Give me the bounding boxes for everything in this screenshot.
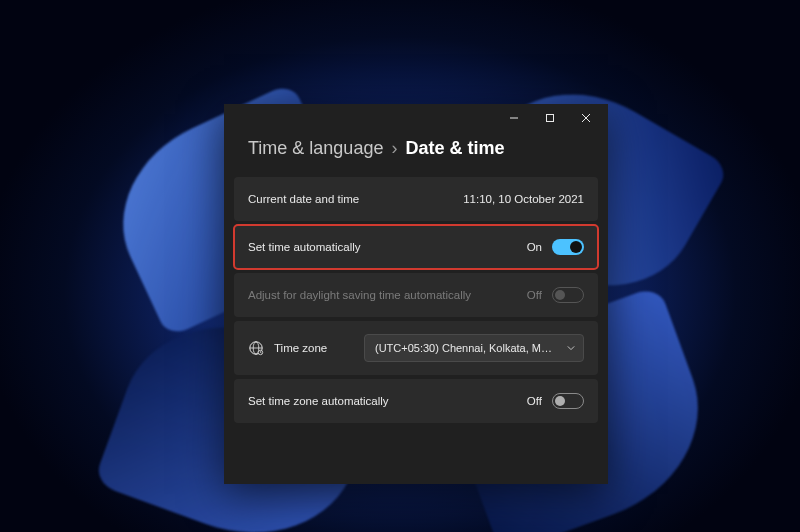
dst-automatically-toggle [552, 287, 584, 303]
dst-automatically-row: Adjust for daylight saving time automati… [234, 273, 598, 317]
dst-automatically-state: Off [527, 289, 542, 301]
breadcrumb-current: Date & time [405, 138, 504, 159]
current-date-time-row: Current date and time 11:10, 10 October … [234, 177, 598, 221]
settings-window: Time & language › Date & time Current da… [224, 104, 608, 484]
breadcrumb: Time & language › Date & time [224, 132, 608, 177]
dst-automatically-label: Adjust for daylight saving time automati… [248, 289, 471, 301]
minimize-button[interactable] [496, 104, 532, 132]
chevron-right-icon: › [389, 138, 399, 159]
current-date-time-label: Current date and time [248, 193, 359, 205]
globe-icon [248, 340, 264, 356]
titlebar [224, 104, 608, 132]
breadcrumb-parent[interactable]: Time & language [248, 138, 383, 159]
svg-line-9 [261, 353, 262, 354]
close-button[interactable] [568, 104, 604, 132]
settings-list: Current date and time 11:10, 10 October … [224, 177, 608, 423]
chevron-down-icon [567, 344, 575, 352]
set-time-zone-automatically-state: Off [527, 395, 542, 407]
time-zone-selected-value: (UTC+05:30) Chennai, Kolkata, Mumbai, Ne… [375, 342, 584, 354]
svg-rect-1 [547, 115, 554, 122]
time-zone-label: Time zone [274, 342, 327, 354]
set-time-automatically-row: Set time automatically On [234, 225, 598, 269]
set-time-automatically-state: On [527, 241, 542, 253]
time-zone-select[interactable]: (UTC+05:30) Chennai, Kolkata, Mumbai, Ne… [364, 334, 584, 362]
set-time-zone-automatically-label: Set time zone automatically [248, 395, 389, 407]
time-zone-row: Time zone (UTC+05:30) Chennai, Kolkata, … [234, 321, 598, 375]
set-time-automatically-label: Set time automatically [248, 241, 361, 253]
current-date-time-value: 11:10, 10 October 2021 [463, 193, 584, 205]
set-time-zone-automatically-toggle[interactable] [552, 393, 584, 409]
set-time-zone-automatically-row: Set time zone automatically Off [234, 379, 598, 423]
maximize-button[interactable] [532, 104, 568, 132]
set-time-automatically-toggle[interactable] [552, 239, 584, 255]
